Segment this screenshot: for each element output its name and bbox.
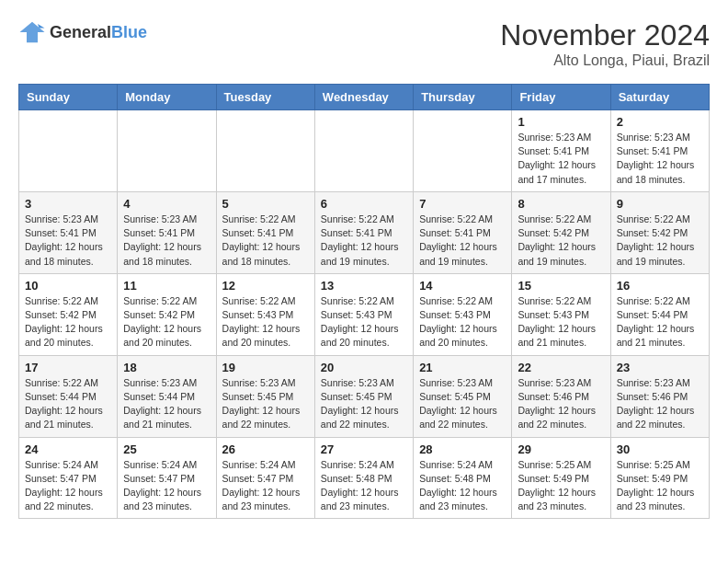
calendar-cell: 13Sunrise: 5:22 AMSunset: 5:43 PMDayligh… (314, 273, 413, 355)
day-info: Sunrise: 5:23 AMSunset: 5:46 PMDaylight:… (518, 376, 604, 432)
calendar-cell: 17Sunrise: 5:22 AMSunset: 5:44 PMDayligh… (19, 355, 118, 437)
calendar-cell: 10Sunrise: 5:22 AMSunset: 5:42 PMDayligh… (19, 273, 118, 355)
calendar-cell: 4Sunrise: 5:23 AMSunset: 5:41 PMDaylight… (118, 191, 216, 273)
day-info: Sunrise: 5:24 AMSunset: 5:47 PMDaylight:… (25, 458, 111, 514)
day-info: Sunrise: 5:22 AMSunset: 5:41 PMDaylight:… (419, 213, 506, 269)
day-number: 18 (123, 361, 210, 374)
day-info: Sunrise: 5:23 AMSunset: 5:45 PMDaylight:… (222, 376, 309, 432)
weekday-header-monday: Monday (118, 85, 216, 110)
calendar-cell: 7Sunrise: 5:22 AMSunset: 5:41 PMDaylight… (414, 191, 512, 273)
page-header: GeneralBlue November 2024 Alto Longa, Pi… (18, 18, 710, 69)
calendar-cell: 24Sunrise: 5:24 AMSunset: 5:47 PMDayligh… (19, 437, 118, 519)
day-info: Sunrise: 5:24 AMSunset: 5:48 PMDaylight:… (321, 458, 407, 514)
calendar-week-2: 3Sunrise: 5:23 AMSunset: 5:41 PMDaylight… (19, 191, 710, 273)
calendar-cell (216, 110, 314, 192)
day-number: 9 (617, 197, 703, 211)
day-info: Sunrise: 5:24 AMSunset: 5:47 PMDaylight:… (222, 458, 309, 514)
day-number: 8 (518, 197, 604, 211)
day-info: Sunrise: 5:23 AMSunset: 5:45 PMDaylight:… (321, 376, 407, 432)
day-info: Sunrise: 5:24 AMSunset: 5:47 PMDaylight:… (123, 458, 210, 514)
calendar-week-4: 17Sunrise: 5:22 AMSunset: 5:44 PMDayligh… (19, 355, 710, 437)
calendar-cell (19, 110, 118, 192)
day-info: Sunrise: 5:23 AMSunset: 5:44 PMDaylight:… (123, 376, 210, 432)
day-number: 2 (617, 115, 703, 129)
calendar-cell: 22Sunrise: 5:23 AMSunset: 5:46 PMDayligh… (512, 355, 610, 437)
weekday-header-sunday: Sunday (19, 85, 118, 110)
day-info: Sunrise: 5:22 AMSunset: 5:43 PMDaylight:… (419, 294, 506, 350)
title-block: November 2024 Alto Longa, Piaui, Brazil (500, 18, 710, 69)
day-number: 6 (321, 197, 407, 211)
day-number: 25 (123, 442, 210, 456)
calendar-cell: 9Sunrise: 5:22 AMSunset: 5:42 PMDaylight… (610, 191, 709, 273)
day-number: 29 (518, 442, 604, 456)
calendar-cell: 2Sunrise: 5:23 AMSunset: 5:41 PMDaylight… (610, 110, 709, 192)
day-number: 21 (419, 361, 506, 374)
calendar-cell: 11Sunrise: 5:22 AMSunset: 5:42 PMDayligh… (118, 273, 216, 355)
day-number: 3 (25, 197, 111, 211)
day-info: Sunrise: 5:23 AMSunset: 5:45 PMDaylight:… (419, 376, 506, 432)
calendar-cell: 3Sunrise: 5:23 AMSunset: 5:41 PMDaylight… (19, 191, 118, 273)
day-number: 14 (419, 279, 506, 293)
day-number: 7 (419, 197, 506, 211)
day-number: 22 (518, 361, 604, 374)
day-number: 20 (321, 361, 407, 374)
weekday-header-tuesday: Tuesday (216, 85, 314, 110)
calendar-cell: 1Sunrise: 5:23 AMSunset: 5:41 PMDaylight… (512, 110, 610, 192)
day-number: 30 (617, 442, 703, 456)
day-info: Sunrise: 5:22 AMSunset: 5:43 PMDaylight:… (518, 294, 604, 350)
day-number: 17 (25, 361, 111, 374)
calendar-week-3: 10Sunrise: 5:22 AMSunset: 5:42 PMDayligh… (19, 273, 710, 355)
logo-icon (18, 18, 46, 46)
day-number: 24 (25, 442, 111, 456)
calendar-cell: 28Sunrise: 5:24 AMSunset: 5:48 PMDayligh… (414, 437, 512, 519)
calendar-cell: 29Sunrise: 5:25 AMSunset: 5:49 PMDayligh… (512, 437, 610, 519)
calendar-cell: 25Sunrise: 5:24 AMSunset: 5:47 PMDayligh… (118, 437, 216, 519)
calendar-cell: 5Sunrise: 5:22 AMSunset: 5:41 PMDaylight… (216, 191, 314, 273)
calendar-week-5: 24Sunrise: 5:24 AMSunset: 5:47 PMDayligh… (19, 437, 710, 519)
day-info: Sunrise: 5:23 AMSunset: 5:41 PMDaylight:… (123, 213, 210, 269)
day-info: Sunrise: 5:22 AMSunset: 5:42 PMDaylight:… (123, 294, 210, 350)
day-info: Sunrise: 5:22 AMSunset: 5:43 PMDaylight:… (222, 294, 309, 350)
day-info: Sunrise: 5:24 AMSunset: 5:48 PMDaylight:… (419, 458, 506, 514)
calendar-cell: 16Sunrise: 5:22 AMSunset: 5:44 PMDayligh… (610, 273, 709, 355)
day-number: 12 (222, 279, 309, 293)
calendar-cell: 30Sunrise: 5:25 AMSunset: 5:49 PMDayligh… (610, 437, 709, 519)
weekday-header-friday: Friday (512, 85, 610, 110)
calendar-week-1: 1Sunrise: 5:23 AMSunset: 5:41 PMDaylight… (19, 110, 710, 192)
calendar-cell: 18Sunrise: 5:23 AMSunset: 5:44 PMDayligh… (118, 355, 216, 437)
calendar-cell: 19Sunrise: 5:23 AMSunset: 5:45 PMDayligh… (216, 355, 314, 437)
day-info: Sunrise: 5:23 AMSunset: 5:41 PMDaylight:… (518, 131, 604, 187)
calendar-table: SundayMondayTuesdayWednesdayThursdayFrid… (18, 84, 710, 519)
day-number: 26 (222, 442, 309, 456)
day-info: Sunrise: 5:22 AMSunset: 5:42 PMDaylight:… (617, 213, 703, 269)
day-number: 27 (321, 442, 407, 456)
day-number: 1 (518, 115, 604, 129)
day-number: 5 (222, 197, 309, 211)
day-info: Sunrise: 5:22 AMSunset: 5:43 PMDaylight:… (321, 294, 407, 350)
day-number: 15 (518, 279, 604, 293)
calendar-cell (118, 110, 216, 192)
month-title: November 2024 (500, 18, 710, 52)
weekday-header-saturday: Saturday (610, 85, 709, 110)
day-number: 23 (617, 361, 703, 374)
calendar-cell: 6Sunrise: 5:22 AMSunset: 5:41 PMDaylight… (314, 191, 413, 273)
calendar-cell (414, 110, 512, 192)
day-number: 16 (617, 279, 703, 293)
weekday-header-thursday: Thursday (414, 85, 512, 110)
day-number: 19 (222, 361, 309, 374)
calendar-cell: 15Sunrise: 5:22 AMSunset: 5:43 PMDayligh… (512, 273, 610, 355)
calendar-cell: 26Sunrise: 5:24 AMSunset: 5:47 PMDayligh… (216, 437, 314, 519)
day-info: Sunrise: 5:25 AMSunset: 5:49 PMDaylight:… (518, 458, 604, 514)
calendar-cell: 21Sunrise: 5:23 AMSunset: 5:45 PMDayligh… (414, 355, 512, 437)
calendar-cell: 23Sunrise: 5:23 AMSunset: 5:46 PMDayligh… (610, 355, 709, 437)
day-info: Sunrise: 5:23 AMSunset: 5:41 PMDaylight:… (617, 131, 703, 187)
location: Alto Longa, Piaui, Brazil (500, 52, 710, 69)
calendar-cell: 20Sunrise: 5:23 AMSunset: 5:45 PMDayligh… (314, 355, 413, 437)
calendar-cell (314, 110, 413, 192)
calendar-cell: 27Sunrise: 5:24 AMSunset: 5:48 PMDayligh… (314, 437, 413, 519)
weekday-header-wednesday: Wednesday (314, 85, 413, 110)
day-info: Sunrise: 5:22 AMSunset: 5:44 PMDaylight:… (617, 294, 703, 350)
logo: GeneralBlue (18, 18, 147, 46)
day-info: Sunrise: 5:22 AMSunset: 5:41 PMDaylight:… (321, 213, 407, 269)
logo-text: GeneralBlue (50, 23, 147, 42)
